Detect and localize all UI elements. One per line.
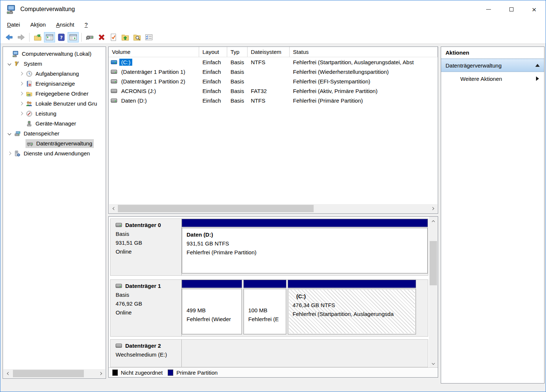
disk-2-label[interactable]: Datenträger 2 Wechselmedium (E:) xyxy=(110,340,182,367)
legend-swatch-primary xyxy=(168,369,173,376)
partition-recovery[interactable]: 499 MB Fehlerfrei (Wieder xyxy=(182,280,242,334)
partition-c-selected[interactable]: (C:) 476,34 GB NTFS Fehlerfrei (Startpar… xyxy=(288,280,416,334)
scrollbar-thumb[interactable] xyxy=(13,370,84,377)
tree-item-label: Geräte-Manager xyxy=(35,120,76,127)
volume-row-dt1p1[interactable]: (Datenträger 1 Partition 1) Einfach Basi… xyxy=(109,67,438,76)
tree-item-label: Freigegebene Ordner xyxy=(35,90,88,97)
column-header-volume[interactable]: Volume xyxy=(109,47,199,57)
delete-volume-icon[interactable] xyxy=(96,32,107,42)
options-checklist-icon[interactable] xyxy=(143,32,154,42)
tree-item-leistung[interactable]: Leistung xyxy=(3,109,106,118)
properties-check-icon[interactable] xyxy=(108,32,119,42)
folder-search-icon[interactable] xyxy=(132,32,143,42)
column-header-dateisystem[interactable]: Dateisystem xyxy=(248,47,290,57)
svg-text:?: ? xyxy=(60,34,62,40)
menu-help[interactable]: ? xyxy=(79,20,93,29)
partition-size: 499 MB xyxy=(187,306,242,315)
disk-icon xyxy=(116,223,122,227)
tree-item-geraete-manager[interactable]: Geräte-Manager xyxy=(3,118,106,128)
rescan-disks-icon[interactable] xyxy=(84,32,95,42)
scroll-right-icon[interactable] xyxy=(429,204,437,213)
volume-row-dt1p2[interactable]: (Datenträger 1 Partition 2) Einfach Basi… xyxy=(109,76,438,86)
disk-view-vertical-scrollbar[interactable] xyxy=(429,217,438,368)
show-console-tree-icon[interactable] xyxy=(44,32,55,42)
cell-layout: Einfach xyxy=(199,67,227,76)
disk-name: Datenträger 0 xyxy=(125,222,161,228)
disk-0-label[interactable]: Datenträger 0 Basis 931,51 GB Online xyxy=(110,219,182,275)
volume-name: ACRONIS (J:) xyxy=(119,87,158,94)
partition-status: Fehlerfrei (E xyxy=(248,315,286,324)
local-users-icon xyxy=(25,100,33,107)
tree-item-label: Computerverwaltung (Lokal) xyxy=(22,51,91,57)
volume-list-horizontal-scrollbar[interactable] xyxy=(109,204,437,213)
volume-row-c[interactable]: (C:) Einfach Basis NTFS Fehlerfrei (Star… xyxy=(109,57,438,67)
tree-horizontal-scrollbar[interactable] xyxy=(3,369,105,378)
volume-row-acronis[interactable]: ACRONIS (J:) Einfach Basis FAT32 Fehlerf… xyxy=(109,86,438,96)
scroll-up-icon[interactable] xyxy=(429,217,438,226)
task-scheduler-icon xyxy=(25,71,33,77)
scrollbar-thumb[interactable] xyxy=(430,241,437,285)
console-tree: Computerverwaltung (Lokal) System Aufgab… xyxy=(3,47,106,158)
folder-export-icon[interactable] xyxy=(32,32,43,42)
tree-item-dienste-anwendungen[interactable]: Dienste und Anwendungen xyxy=(3,148,106,158)
disk-type: Basis xyxy=(116,290,179,299)
disk-row-2: Datenträger 2 Wechselmedium (E:) xyxy=(110,339,428,367)
back-icon[interactable] xyxy=(4,32,15,42)
volume-icon xyxy=(111,60,117,64)
cell-dateisystem xyxy=(248,76,290,86)
column-header-status[interactable]: Status xyxy=(290,47,438,57)
show-action-pane-icon[interactable] xyxy=(68,32,79,42)
chevron-right-icon[interactable] xyxy=(20,112,23,116)
disk-1-label[interactable]: Datenträger 1 Basis 476,92 GB Online xyxy=(110,280,182,336)
chevron-right-icon[interactable] xyxy=(8,152,11,155)
tree-item-lokale-benutzer[interactable]: Lokale Benutzer und Gru xyxy=(3,99,106,109)
column-header-layout[interactable]: Layout xyxy=(199,47,227,57)
forward-icon[interactable] xyxy=(16,32,27,42)
minimize-button[interactable] xyxy=(477,0,500,18)
scroll-left-icon[interactable] xyxy=(3,369,12,378)
chevron-right-icon[interactable] xyxy=(20,82,23,86)
disk-row-0: Datenträger 0 Basis 931,51 GB Online Dat… xyxy=(110,219,428,276)
titlebar: Computerverwaltung × xyxy=(0,0,546,18)
tree-item-datenspeicher[interactable]: Datenspeicher xyxy=(3,128,106,138)
scroll-down-icon[interactable] xyxy=(429,359,438,368)
toolbar: ? xyxy=(0,31,546,44)
partition-efi[interactable]: 100 MB Fehlerfrei (E xyxy=(243,280,286,334)
scrollbar-thumb[interactable] xyxy=(118,205,314,212)
shared-folders-icon xyxy=(25,90,33,97)
partition-size: 100 MB xyxy=(248,306,286,315)
chevron-down-icon[interactable] xyxy=(8,62,11,66)
tree-item-ereignisanzeige[interactable]: Ereignisanzeige xyxy=(3,79,106,89)
disk-type: Wechselmedium (E:) xyxy=(116,350,179,359)
chevron-right-icon[interactable] xyxy=(20,102,23,106)
help-icon[interactable]: ? xyxy=(56,32,67,42)
chevron-right-icon[interactable] xyxy=(20,72,23,76)
disk-name: Datenträger 1 xyxy=(125,283,161,289)
menu-datei[interactable]: Datei xyxy=(2,20,25,29)
close-button[interactable]: × xyxy=(523,0,546,18)
column-header-typ[interactable]: Typ xyxy=(227,47,248,57)
actions-more-item[interactable]: Weitere Aktionen xyxy=(441,72,544,85)
menu-aktion[interactable]: Aktion xyxy=(25,20,51,29)
tree-item-freigegebene-ordner[interactable]: Freigegebene Ordner xyxy=(3,89,106,99)
partition-daten-d[interactable]: Daten (D:) 931,51 GB NTFS Fehlerfrei (Pr… xyxy=(182,219,428,274)
tree-item-computerverwaltung[interactable]: Computerverwaltung (Lokal) xyxy=(3,49,106,59)
chevron-down-icon[interactable] xyxy=(8,132,11,135)
disk-icon xyxy=(116,284,122,288)
folder-up-icon[interactable] xyxy=(120,32,131,42)
tree-item-label: Dienste und Anwendungen xyxy=(24,150,90,157)
actions-section-datentraegerverwaltung[interactable]: Datenträgerverwaltung xyxy=(441,59,544,72)
workspace: Computerverwaltung (Lokal) System Aufgab… xyxy=(0,44,546,392)
scroll-right-icon[interactable] xyxy=(96,369,105,378)
maximize-button[interactable] xyxy=(500,0,523,18)
scroll-left-icon[interactable] xyxy=(109,204,118,213)
menu-ansicht[interactable]: Ansicht xyxy=(51,20,79,29)
partition-color-band xyxy=(182,219,428,227)
tree-item-aufgabenplanung[interactable]: Aufgabenplanung xyxy=(3,69,106,79)
collapse-icon[interactable] xyxy=(535,64,540,67)
computer-icon xyxy=(12,51,19,57)
volume-row-daten[interactable]: Daten (D:) Einfach Basis NTFS Fehlerfrei… xyxy=(109,96,438,105)
chevron-right-icon[interactable] xyxy=(20,92,23,96)
tree-item-datentraegerverwaltung[interactable]: Datenträgerverwaltung xyxy=(3,138,106,148)
tree-item-system[interactable]: System xyxy=(3,59,106,69)
